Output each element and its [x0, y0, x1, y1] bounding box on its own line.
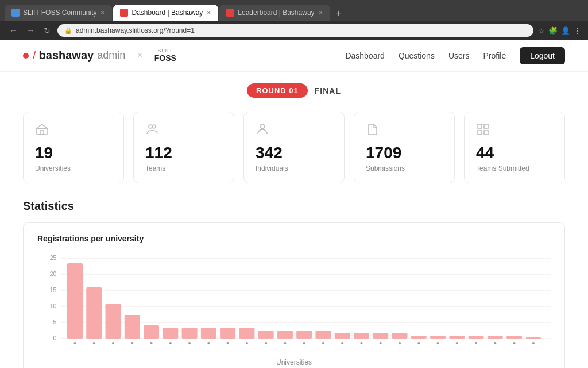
submissions-label: Submissions — [366, 164, 443, 172]
svg-point-4 — [260, 124, 265, 129]
teams-submitted-icon — [476, 122, 553, 139]
brand-name: bashaway — [39, 49, 94, 62]
svg-point-63 — [399, 342, 401, 344]
individuals-icon — [256, 122, 332, 139]
svg-text:25: 25 — [50, 255, 57, 261]
nav-profile[interactable]: Profile — [483, 51, 506, 60]
app: / bashaway admin × SLIIT FOSS Dashboard … — [0, 40, 588, 368]
svg-rect-41 — [449, 336, 465, 339]
svg-point-65 — [436, 342, 439, 344]
stat-card-individuals: 342 Individuals — [243, 112, 345, 183]
round-badge: ROUND 01 — [247, 83, 308, 98]
svg-point-67 — [475, 342, 477, 344]
svg-rect-45 — [525, 337, 541, 339]
svg-rect-7 — [484, 131, 488, 135]
stats-grid: 19 Universities 112 Teams 342 Individual… — [23, 112, 565, 183]
svg-point-50 — [150, 342, 152, 344]
tab-bar: SLIIT FOSS Community ✕ Dashboard | Basha… — [0, 0, 588, 21]
round-header: ROUND 01 FINAL — [23, 83, 565, 98]
universities-label: Universities — [35, 164, 112, 172]
forward-button[interactable]: → — [24, 25, 37, 36]
tab-close-leaderboard[interactable]: ✕ — [318, 9, 323, 17]
svg-point-46 — [74, 342, 76, 344]
svg-rect-21 — [67, 263, 83, 339]
svg-point-52 — [188, 342, 191, 344]
extensions-button[interactable]: 🧩 — [548, 26, 558, 35]
bar-chart: 0 5 10 15 20 25 — [37, 252, 551, 356]
brand-dot — [23, 53, 29, 59]
url-bar[interactable]: 🔒 admin.bashaway.sliitfoss.org/?round=1 — [57, 24, 533, 37]
brand-slash: / — [33, 49, 36, 62]
svg-point-64 — [417, 342, 420, 344]
tab-favicon-sliit — [11, 9, 20, 17]
tab-sliit[interactable]: SLIIT FOSS Community ✕ — [5, 5, 112, 21]
nav-users[interactable]: Users — [448, 51, 470, 60]
lock-icon: 🔒 — [64, 27, 72, 34]
menu-button[interactable]: ⋮ — [574, 26, 581, 35]
teams-submitted-number: 44 — [476, 145, 553, 161]
status-badge: FINAL — [315, 86, 341, 95]
svg-rect-35 — [335, 333, 350, 339]
tab-label-leaderboard: Leaderboard | Bashaway — [238, 9, 314, 17]
browser-actions: ☆ 🧩 👤 ⋮ — [538, 26, 581, 35]
svg-point-53 — [207, 342, 210, 344]
svg-point-68 — [494, 342, 496, 344]
svg-point-58 — [303, 342, 305, 344]
svg-rect-28 — [201, 328, 216, 339]
reload-button[interactable]: ↻ — [41, 25, 53, 36]
back-button[interactable]: ← — [7, 25, 20, 36]
statistics-title: Statistics — [23, 200, 565, 213]
svg-rect-39 — [411, 336, 427, 339]
svg-text:10: 10 — [50, 303, 57, 309]
profile-button[interactable]: 👤 — [561, 26, 570, 35]
bookmark-button[interactable]: ☆ — [538, 26, 545, 35]
svg-rect-0 — [37, 128, 47, 135]
svg-rect-33 — [296, 331, 312, 339]
tab-close-dashboard[interactable]: ✕ — [206, 9, 211, 17]
svg-point-48 — [112, 342, 114, 344]
svg-point-70 — [532, 342, 535, 344]
foss-logo: SLIIT FOSS — [154, 48, 176, 63]
tab-leaderboard[interactable]: Leaderboard | Bashaway ✕ — [219, 5, 330, 21]
svg-point-69 — [513, 342, 516, 344]
tab-favicon-leaderboard — [226, 9, 234, 17]
tab-close-sliit[interactable]: ✕ — [100, 9, 105, 17]
x-axis-label: Universities — [37, 358, 551, 366]
logout-button[interactable]: Logout — [520, 47, 565, 64]
svg-point-47 — [93, 342, 95, 344]
svg-rect-34 — [315, 331, 331, 339]
svg-rect-25 — [144, 325, 159, 339]
svg-point-51 — [169, 342, 172, 344]
svg-rect-42 — [469, 336, 484, 339]
navbar-brand: / bashaway admin × SLIIT FOSS — [23, 48, 176, 63]
main-content: ROUND 01 FINAL 19 Universities 112 Teams — [0, 72, 588, 368]
svg-rect-22 — [86, 288, 102, 339]
navbar-nav: Dashboard Questions Users Profile Logout — [345, 47, 565, 64]
chart-container: Registrations per university 0 5 10 — [23, 222, 565, 368]
svg-rect-32 — [277, 331, 293, 339]
chart-area: 0 5 10 15 20 25 — [37, 252, 551, 356]
svg-text:0: 0 — [53, 335, 56, 342]
brand-separator: × — [137, 49, 143, 62]
svg-point-60 — [341, 342, 343, 344]
svg-point-55 — [246, 342, 248, 344]
svg-rect-24 — [125, 315, 140, 339]
tab-dashboard[interactable]: Dashboard | Bashaway ✕ — [113, 5, 218, 21]
submissions-icon — [366, 122, 443, 139]
svg-rect-30 — [239, 328, 254, 339]
svg-text:20: 20 — [50, 271, 57, 277]
svg-rect-36 — [354, 333, 369, 339]
svg-rect-5 — [478, 124, 482, 128]
nav-questions[interactable]: Questions — [399, 51, 435, 60]
url-text: admin.bashaway.sliitfoss.org/?round=1 — [76, 26, 195, 34]
universities-icon — [35, 122, 112, 139]
stat-card-universities: 19 Universities — [23, 112, 124, 183]
tab-favicon-dashboard — [120, 9, 128, 17]
new-tab-button[interactable]: + — [331, 6, 346, 21]
nav-dashboard[interactable]: Dashboard — [345, 51, 385, 60]
teams-icon — [145, 122, 222, 139]
svg-point-56 — [265, 342, 267, 344]
brand-admin-label: admin — [97, 49, 125, 62]
statistics-section: Statistics Registrations per university … — [23, 200, 565, 368]
svg-rect-26 — [163, 328, 178, 339]
